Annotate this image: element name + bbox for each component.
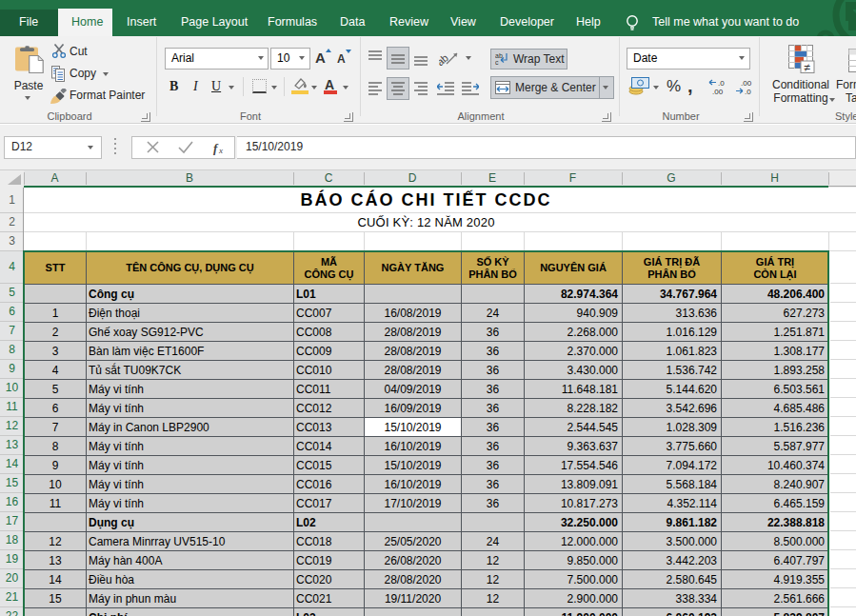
svg-text:x: x [218,146,223,155]
svg-text:≠: ≠ [805,61,811,74]
svg-text:.0: .0 [745,88,751,95]
svg-text:ab: ab [495,52,503,59]
svg-text:.00: .00 [741,79,752,88]
svg-text:.00: .00 [712,88,724,95]
svg-text:c: c [495,59,499,66]
svg-text:ab: ab [439,51,450,67]
svg-text:.0: .0 [718,79,725,88]
